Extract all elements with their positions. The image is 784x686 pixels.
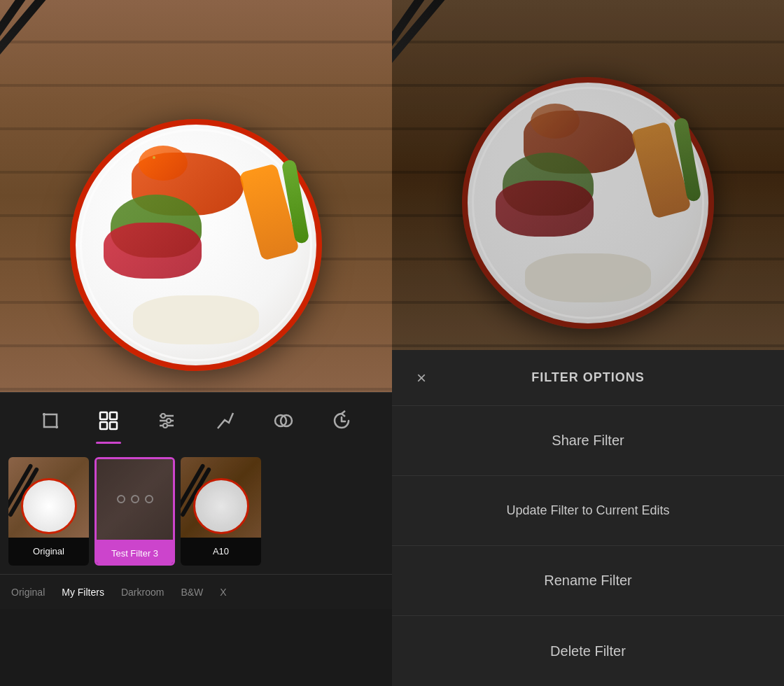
plate-left [70, 119, 322, 371]
filter-thumbnails: Original Test Filter 3 [0, 448, 392, 574]
filter-thumb-a10[interactable]: A10 [181, 457, 261, 566]
svg-rect-1 [110, 412, 117, 419]
mini-sushi-original [8, 457, 89, 538]
svg-point-9 [163, 424, 167, 428]
filter-strip: Original Test Filter 3 [0, 448, 392, 609]
tab-x[interactable]: X [220, 584, 226, 601]
filter-thumb-test3[interactable]: Test Filter 3 [94, 457, 175, 566]
tab-my-filters[interactable]: My Filters [62, 584, 104, 601]
mini-sushi-a10 [181, 457, 261, 538]
filter-label-test3: Test Filter 3 [97, 540, 173, 566]
filter-options-panel: × FILTER OPTIONS Share Filter Update Fil… [392, 350, 784, 686]
menu-title: FILTER OPTIONS [448, 370, 767, 385]
tab-darkroom[interactable]: Darkroom [121, 584, 164, 601]
tuna-right [496, 181, 594, 237]
svg-rect-0 [100, 412, 107, 419]
filter-category-tabs: Original My Filters Darkroom B&W X [0, 574, 392, 609]
rice-left [133, 295, 259, 344]
history-tool[interactable] [324, 403, 359, 438]
svg-rect-2 [100, 422, 107, 429]
rice-right [525, 253, 651, 302]
mini-plate-original [21, 478, 77, 534]
filter-label-original: Original [8, 538, 89, 566]
tab-bw[interactable]: B&W [181, 584, 203, 601]
dot-2 [131, 495, 139, 503]
filter-thumb-img-test3 [97, 459, 173, 540]
mini-plate-a10 [193, 478, 249, 534]
svg-point-8 [167, 419, 171, 423]
dot-3 [145, 495, 153, 503]
adjustments-tool[interactable] [149, 403, 184, 438]
dot-1 [117, 495, 125, 503]
delete-filter-option[interactable]: Delete Filter [392, 616, 784, 686]
filter-label-a10: A10 [181, 538, 261, 566]
right-panel: × FILTER OPTIONS Share Filter Update Fil… [392, 0, 784, 686]
svg-point-7 [161, 414, 165, 418]
close-button[interactable]: × [409, 365, 434, 391]
roe-left [139, 146, 188, 181]
roe-right [531, 104, 580, 139]
share-filter-option[interactable]: Share Filter [392, 406, 784, 476]
crop-tool[interactable] [33, 403, 68, 438]
filter-options-list: Share Filter Update Filter to Current Ed… [392, 406, 784, 686]
filters-tool[interactable] [91, 403, 126, 438]
tuna-left [104, 223, 202, 279]
curves-tool[interactable] [208, 403, 243, 438]
plate-right [462, 77, 714, 329]
left-panel: Original Test Filter 3 [0, 0, 392, 686]
blend-tool[interactable] [266, 403, 301, 438]
toolbar [0, 392, 392, 448]
rename-filter-option[interactable]: Rename Filter [392, 546, 784, 616]
photo-preview-right [392, 0, 784, 350]
filter-thumb-original[interactable]: Original [8, 457, 89, 566]
update-filter-option[interactable]: Update Filter to Current Edits [392, 476, 784, 546]
svg-rect-3 [110, 422, 117, 429]
three-dots-indicator [117, 495, 153, 503]
sesame-left [153, 156, 155, 159]
tab-original[interactable]: Original [11, 584, 45, 601]
photo-preview-left [0, 0, 392, 392]
filter-thumb-img-original [8, 457, 89, 538]
menu-header: × FILTER OPTIONS [392, 350, 784, 406]
filter-thumb-img-a10 [181, 457, 261, 538]
